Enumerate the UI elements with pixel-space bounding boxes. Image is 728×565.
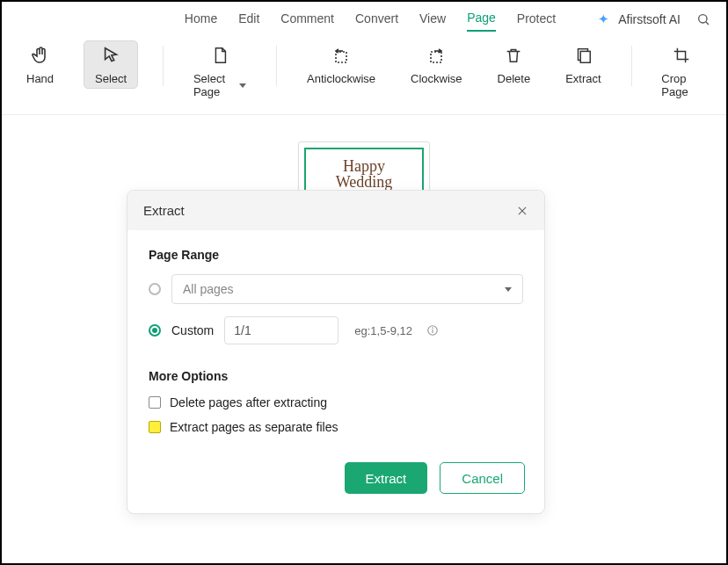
menu-item-edit[interactable]: Edit — [238, 8, 259, 31]
sparkle-icon: ✦ — [598, 11, 609, 27]
crop-icon — [670, 44, 693, 67]
menu-item-protect[interactable]: Protect — [517, 8, 556, 31]
custom-label: Custom — [171, 323, 214, 337]
clockwise-label: Clockwise — [411, 72, 462, 85]
hand-button[interactable]: Hand — [21, 40, 59, 89]
select-page-label: Select Page — [193, 72, 246, 98]
chevron-down-icon — [505, 287, 512, 292]
svg-rect-5 — [581, 51, 591, 62]
crop-page-label: Crop Page — [661, 72, 702, 98]
all-pages-select[interactable]: All pages — [171, 274, 523, 304]
toolbar-separator — [631, 46, 632, 86]
all-pages-radio[interactable] — [149, 283, 161, 295]
dialog-body: Page Range All pages Custom eg:1,5-9,12 … — [127, 230, 544, 452]
toolbar-separator — [163, 46, 164, 86]
all-pages-row: All pages — [149, 274, 523, 304]
page-range-hint: eg:1,5-9,12 — [354, 324, 412, 337]
hand-icon — [29, 44, 52, 67]
select-button[interactable]: Select — [84, 40, 138, 89]
select-label: Select — [95, 72, 127, 85]
menu-right-group: ✦ Afirstsoft AI — [598, 11, 710, 27]
cursor-icon — [99, 44, 122, 67]
separate-files-checkbox[interactable] — [149, 421, 161, 433]
menu-item-list: Home Edit Comment Convert View Page Prot… — [185, 7, 556, 32]
extract-confirm-button[interactable]: Extract — [345, 462, 428, 494]
search-icon[interactable] — [696, 12, 710, 26]
toolbar: Hand Select Select Page Anticlockwise Cl… — [2, 33, 726, 115]
svg-rect-2 — [336, 52, 346, 62]
more-options-section: More Options Delete pages after extracti… — [149, 369, 523, 434]
rotate-right-icon — [425, 44, 448, 67]
anticlockwise-button[interactable]: Anticlockwise — [302, 40, 381, 89]
extract-button[interactable]: Extract — [560, 40, 606, 89]
delete-after-row: Delete pages after extracting — [149, 395, 523, 409]
menu-item-home[interactable]: Home — [185, 8, 217, 31]
delete-label: Delete — [498, 72, 531, 85]
delete-after-label: Delete pages after extracting — [170, 395, 327, 409]
page-range-label: Page Range — [149, 248, 523, 262]
extract-dialog: Extract Page Range All pages Custom eg:1… — [127, 190, 545, 514]
menu-item-page[interactable]: Page — [467, 7, 496, 32]
anticlockwise-label: Anticlockwise — [307, 72, 375, 85]
chevron-down-icon — [239, 83, 246, 88]
cancel-button[interactable]: Cancel — [440, 462, 525, 494]
custom-radio[interactable] — [149, 324, 161, 337]
menu-item-view[interactable]: View — [419, 8, 446, 31]
info-icon[interactable] — [426, 324, 439, 337]
crop-page-button[interactable]: Crop Page — [656, 40, 707, 102]
extract-icon — [571, 44, 594, 67]
custom-row: Custom eg:1,5-9,12 — [149, 316, 523, 344]
menu-bar: Home Edit Comment Convert View Page Prot… — [2, 2, 726, 33]
all-pages-option-label: All pages — [183, 282, 234, 296]
svg-rect-3 — [431, 52, 441, 62]
custom-page-input[interactable] — [224, 316, 339, 344]
separate-files-label: Extract pages as separate files — [170, 420, 338, 434]
extract-label: Extract — [565, 72, 601, 85]
select-page-button[interactable]: Select Page — [188, 40, 251, 102]
menu-item-convert[interactable]: Convert — [355, 8, 398, 31]
dialog-header: Extract — [127, 191, 544, 230]
more-options-label: More Options — [149, 369, 523, 383]
delete-button[interactable]: Delete — [492, 40, 536, 89]
page-icon — [208, 44, 231, 67]
dialog-title: Extract — [143, 203, 185, 218]
svg-point-0 — [699, 15, 707, 23]
svg-line-1 — [706, 22, 709, 25]
close-icon[interactable] — [516, 205, 528, 217]
hand-label: Hand — [26, 72, 54, 85]
dialog-footer: Extract Cancel — [127, 452, 544, 513]
toolbar-separator — [276, 46, 277, 86]
ai-label[interactable]: Afirstsoft AI — [618, 12, 681, 26]
trash-icon — [502, 44, 525, 67]
separate-files-row: Extract pages as separate files — [149, 420, 523, 434]
clockwise-button[interactable]: Clockwise — [405, 40, 468, 89]
rotate-left-icon — [330, 44, 353, 67]
delete-after-checkbox[interactable] — [149, 396, 161, 409]
menu-item-comment[interactable]: Comment — [280, 8, 334, 31]
svg-point-10 — [433, 328, 433, 329]
page-thumbnail-title: Happy Wedding — [313, 158, 415, 190]
